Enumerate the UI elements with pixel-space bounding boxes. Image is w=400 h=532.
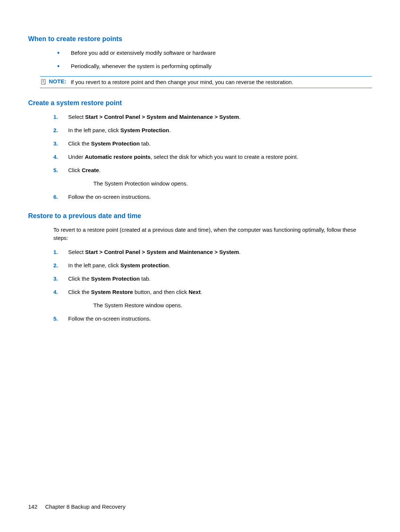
text: Select: [68, 249, 85, 255]
bold-text: System Protection: [120, 127, 169, 133]
note-label: NOTE:: [49, 78, 66, 84]
text: Click: [68, 167, 82, 173]
page-footer: 142 Chapter 8 Backup and Recovery: [28, 503, 126, 510]
list-number: 1.: [53, 113, 68, 121]
text: In the left pane, click: [68, 262, 120, 268]
text: .: [169, 127, 171, 133]
bullet-icon: ●: [57, 49, 60, 56]
list-number: 4.: [53, 288, 68, 296]
list-number: 4.: [53, 153, 68, 161]
list-number: 5.: [53, 166, 68, 174]
footer-spacer: [39, 503, 44, 510]
intro-paragraph: To revert to a restore point (created at…: [53, 226, 372, 242]
list-item: 5.Follow the on-screen instructions.: [53, 315, 372, 323]
bold-text: System Restore: [91, 289, 133, 295]
sub-paragraph: The System Protection window opens.: [93, 180, 372, 188]
text: Follow the on-screen instructions.: [68, 194, 151, 200]
list-number: 1.: [53, 248, 68, 256]
list-number: 2.: [53, 261, 68, 270]
list-number: 6.: [53, 193, 68, 201]
page-number: 142: [28, 503, 37, 510]
list-number: 3.: [53, 140, 68, 148]
bold-text: System protection: [120, 262, 169, 268]
bold-text: Automatic restore points: [85, 154, 151, 160]
list-content: Click the System Restore button, and the…: [68, 288, 372, 296]
text: Click the: [68, 275, 91, 282]
text: Follow the on-screen instructions.: [68, 315, 151, 322]
list-item: 6.Follow the on-screen instructions.: [53, 193, 372, 201]
text: Under: [68, 154, 85, 160]
list-content: Follow the on-screen instructions.: [68, 315, 372, 323]
text: tab.: [140, 275, 150, 282]
text: .: [239, 114, 240, 120]
bold-text: Next: [189, 289, 201, 295]
section-restore-previous: Restore to a previous date and time To r…: [28, 212, 372, 323]
bullet-item: ● Periodically, whenever the system is p…: [57, 62, 372, 70]
list-item: 1.Select Start > Control Panel > System …: [53, 248, 372, 256]
heading-create-restore-point: Create a system restore point: [28, 99, 372, 107]
note-box: NOTE: If you revert to a restore point a…: [40, 76, 372, 88]
text: Click the: [68, 140, 91, 147]
text: .: [239, 249, 240, 255]
text: .: [201, 289, 202, 295]
list-content: Click Create.: [68, 166, 372, 174]
list-number: 3.: [53, 275, 68, 283]
list-item: 2.In the left pane, click System protect…: [53, 261, 372, 270]
list-item: 2.In the left pane, click System Protect…: [53, 126, 372, 134]
heading-when-to-create: When to create restore points: [28, 35, 372, 43]
list-content: Click the System Protection tab.: [68, 140, 372, 148]
bold-text: System Protection: [91, 275, 140, 282]
list-item: 5.Click Create.: [53, 166, 372, 174]
bullet-list: ● Before you add or extensively modify s…: [57, 49, 372, 70]
text: .: [169, 262, 170, 268]
list-content: Follow the on-screen instructions.: [68, 193, 372, 201]
text: .: [99, 167, 100, 173]
text: button, and then click: [133, 289, 189, 295]
list-content: Select Start > Control Panel > System an…: [68, 113, 372, 121]
bullet-item: ● Before you add or extensively modify s…: [57, 49, 372, 57]
text: Select: [68, 114, 85, 120]
bold-text: System Protection: [91, 140, 140, 147]
section-when-to-create: When to create restore points ● Before y…: [28, 35, 372, 88]
bullet-text: Periodically, whenever the system is per…: [71, 62, 211, 70]
bold-text: Start > Control Panel > System and Maint…: [85, 249, 239, 255]
heading-restore-previous: Restore to a previous date and time: [28, 212, 372, 220]
numbered-list-create: 1.Select Start > Control Panel > System …: [53, 113, 372, 201]
chapter-title: Chapter 8 Backup and Recovery: [45, 503, 126, 510]
list-content: Click the System Protection tab.: [68, 275, 372, 283]
note-icon: [40, 78, 47, 85]
list-number: 2.: [53, 126, 68, 134]
section-create-restore-point: Create a system restore point 1.Select S…: [28, 99, 372, 201]
list-item: 1.Select Start > Control Panel > System …: [53, 113, 372, 121]
numbered-list-restore: 1.Select Start > Control Panel > System …: [53, 248, 372, 323]
text: , select the disk for which you want to …: [151, 154, 299, 160]
text: tab.: [140, 140, 150, 147]
list-item: 3.Click the System Protection tab.: [53, 140, 372, 148]
bold-text: Start > Control Panel > System and Maint…: [85, 114, 239, 120]
list-item: 4.Under Automatic restore points, select…: [53, 153, 372, 161]
list-content: In the left pane, click System Protectio…: [68, 126, 372, 134]
list-number: 5.: [53, 315, 68, 323]
list-content: In the left pane, click System protectio…: [68, 261, 372, 270]
sub-paragraph: The System Restore window opens.: [93, 301, 372, 310]
list-item: 4.Click the System Restore button, and t…: [53, 288, 372, 296]
bullet-text: Before you add or extensively modify sof…: [71, 49, 216, 57]
text: Click the: [68, 289, 91, 295]
list-content: Under Automatic restore points, select t…: [68, 153, 372, 161]
note-text: If you revert to a restore point and the…: [71, 78, 293, 86]
list-item: 3.Click the System Protection tab.: [53, 275, 372, 283]
bullet-icon: ●: [57, 62, 60, 70]
text: In the left pane, click: [68, 127, 120, 133]
bold-text: Create: [82, 167, 99, 173]
list-content: Select Start > Control Panel > System an…: [68, 248, 372, 256]
